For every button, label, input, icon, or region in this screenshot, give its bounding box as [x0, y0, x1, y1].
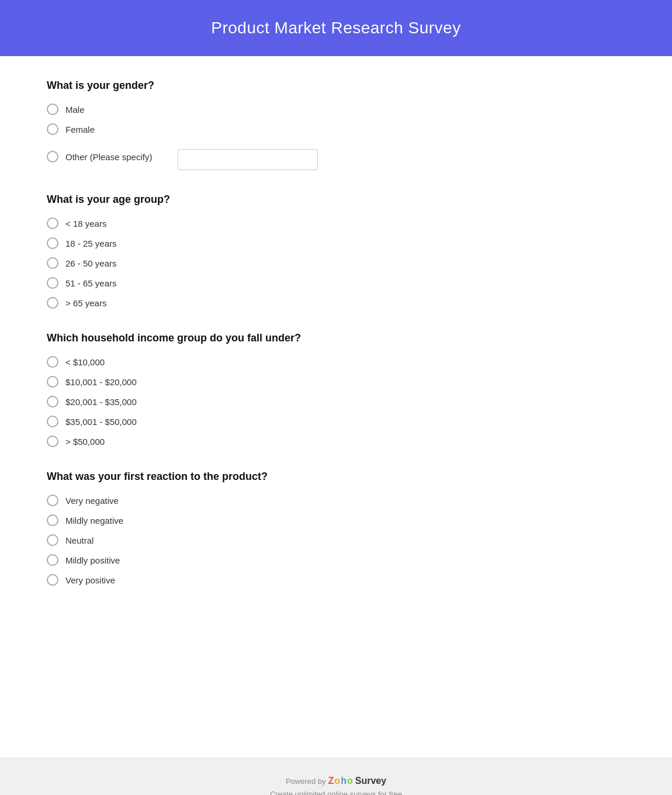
page-footer: Powered by Zoho Survey Create unlimited …	[0, 758, 672, 795]
radio-age-26-50[interactable]	[47, 257, 58, 269]
list-item: Female	[47, 123, 625, 135]
list-item: Other (Please specify)	[47, 143, 625, 170]
radio-income-35k-50k[interactable]	[47, 416, 58, 427]
footer-brand: Powered by Zoho Survey	[12, 776, 660, 786]
reaction-mildly-positive-label: Mildly positive	[65, 555, 120, 565]
age-51-65-label: 51 - 65 years	[65, 278, 117, 288]
income-20k-35k-label: $20,001 - $35,000	[65, 397, 137, 407]
radio-reaction-mildly-negative[interactable]	[47, 514, 58, 526]
list-item: 26 - 50 years	[47, 257, 625, 269]
income-under10k-label: < $10,000	[65, 357, 105, 367]
gender-other-input[interactable]	[178, 149, 318, 170]
income-over50k-label: > $50,000	[65, 437, 105, 447]
list-item: Male	[47, 103, 625, 115]
list-item: < $10,000	[47, 356, 625, 368]
gender-female-label: Female	[65, 125, 95, 134]
list-item: Very positive	[47, 574, 625, 586]
gender-male-label: Male	[65, 105, 85, 115]
list-item: < 18 years	[47, 217, 625, 229]
list-item: 18 - 25 years	[47, 237, 625, 249]
reaction-very-negative-label: Very negative	[65, 496, 119, 506]
footer-tagline: Create unlimited online surveys for free	[12, 790, 660, 795]
income-35k-50k-label: $35,001 - $50,000	[65, 417, 137, 427]
list-item: > $50,000	[47, 435, 625, 447]
radio-income-20k-35k[interactable]	[47, 396, 58, 407]
page-title: Product Market Research Survey	[12, 19, 660, 37]
zoho-z-letter: Z	[328, 776, 334, 786]
age-over65-label: > 65 years	[65, 298, 106, 308]
radio-gender-male[interactable]	[47, 103, 58, 115]
radio-age-over65[interactable]	[47, 297, 58, 309]
radio-income-10k-20k[interactable]	[47, 376, 58, 388]
survey-word: Survey	[355, 776, 386, 786]
list-item: Very negative	[47, 495, 625, 506]
question-gender-title: What is your gender?	[47, 80, 625, 92]
powered-by-text: Powered by	[286, 777, 326, 786]
question-age: What is your age group? < 18 years 18 - …	[47, 193, 625, 309]
question-income-title: Which household income group do you fall…	[47, 332, 625, 344]
gender-options: Male Female Other (Please specify)	[47, 103, 625, 170]
reaction-neutral-label: Neutral	[65, 535, 93, 545]
list-item: 51 - 65 years	[47, 277, 625, 289]
radio-income-over50k[interactable]	[47, 435, 58, 447]
zoho-o2-letter: o	[347, 776, 353, 786]
radio-reaction-very-negative[interactable]	[47, 495, 58, 506]
gender-other-label: Other (Please specify)	[65, 152, 152, 162]
age-options: < 18 years 18 - 25 years 26 - 50 years 5…	[47, 217, 625, 309]
radio-age-51-65[interactable]	[47, 277, 58, 289]
radio-reaction-neutral[interactable]	[47, 534, 58, 546]
age-18-25-label: 18 - 25 years	[65, 238, 117, 248]
income-10k-20k-label: $10,001 - $20,000	[65, 377, 137, 387]
income-options: < $10,000 $10,001 - $20,000 $20,001 - $3…	[47, 356, 625, 447]
page-header: Product Market Research Survey	[0, 0, 672, 56]
age-26-50-label: 26 - 50 years	[65, 258, 117, 268]
radio-gender-other[interactable]	[47, 151, 58, 163]
question-reaction-title: What was your first reaction to the prod…	[47, 471, 625, 483]
question-gender: What is your gender? Male Female Other (…	[47, 80, 625, 170]
zoho-o1-letter: o	[334, 776, 340, 786]
radio-gender-female[interactable]	[47, 123, 58, 135]
list-item: Neutral	[47, 534, 625, 546]
list-item: Mildly positive	[47, 554, 625, 566]
list-item: > 65 years	[47, 297, 625, 309]
radio-age-18-25[interactable]	[47, 237, 58, 249]
list-item: $35,001 - $50,000	[47, 416, 625, 427]
zoho-h-letter: h	[341, 776, 347, 786]
reaction-options: Very negative Mildly negative Neutral Mi…	[47, 495, 625, 586]
reaction-very-positive-label: Very positive	[65, 575, 115, 585]
question-reaction: What was your first reaction to the prod…	[47, 471, 625, 586]
list-item: $10,001 - $20,000	[47, 376, 625, 388]
radio-reaction-very-positive[interactable]	[47, 574, 58, 586]
radio-income-under10k[interactable]	[47, 356, 58, 368]
age-under18-label: < 18 years	[65, 219, 106, 229]
survey-form: What is your gender? Male Female Other (…	[0, 56, 672, 758]
radio-reaction-mildly-positive[interactable]	[47, 554, 58, 566]
list-item: Mildly negative	[47, 514, 625, 526]
question-age-title: What is your age group?	[47, 193, 625, 206]
zoho-logo: Zoho	[328, 776, 353, 786]
reaction-mildly-negative-label: Mildly negative	[65, 516, 123, 526]
list-item: $20,001 - $35,000	[47, 396, 625, 407]
question-income: Which household income group do you fall…	[47, 332, 625, 447]
radio-age-under18[interactable]	[47, 217, 58, 229]
